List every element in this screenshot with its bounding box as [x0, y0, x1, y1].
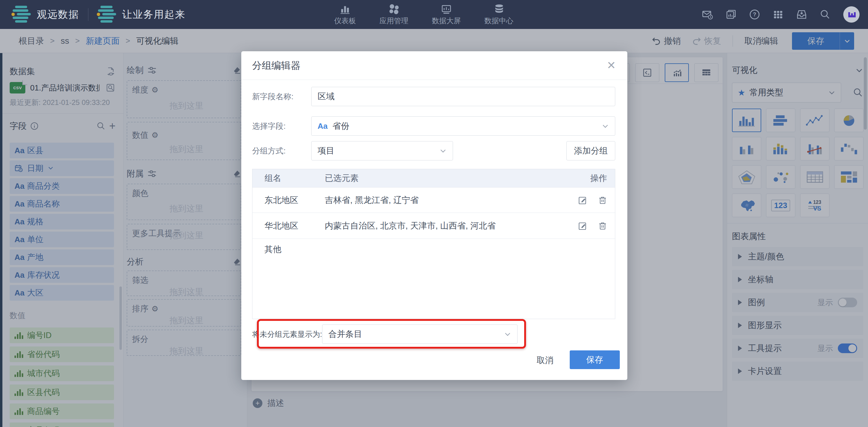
- avatar-glyph-icon: [846, 10, 856, 19]
- group-method-dropdown[interactable]: 项目: [311, 141, 453, 160]
- edit-group-icon[interactable]: [578, 196, 587, 205]
- close-icon[interactable]: ✕: [607, 59, 616, 72]
- select-field-dropdown[interactable]: Aa 省份: [311, 116, 615, 136]
- group-method-label: 分组方式:: [252, 146, 311, 156]
- modal-save-button[interactable]: 保存: [570, 350, 620, 369]
- user-avatar[interactable]: [843, 6, 860, 23]
- edit-group-icon[interactable]: [578, 221, 587, 231]
- main-nav: 仪表板 应用管理 数据大屏 数据中心: [334, 0, 513, 29]
- svg-text:?: ?: [753, 11, 756, 18]
- groups-table: 组名 已选元素 操作 东北地区 吉林省, 黑龙江省, 辽宁省 华北地区 内蒙古自…: [252, 169, 615, 319]
- dashboard-icon: [340, 4, 350, 14]
- guandata-logo-icon: [96, 6, 116, 23]
- select-field-label: 选择字段:: [252, 121, 311, 131]
- app-window: 观远数据 让业务用起来 仪表板 应用管理 数据大屏 数据中心: [0, 0, 868, 427]
- chevron-down-icon: [439, 147, 447, 154]
- nav-divider: [88, 8, 88, 21]
- brand-slogan-group: 让业务用起来: [96, 6, 185, 23]
- download-inbox-icon[interactable]: [796, 9, 807, 20]
- delete-group-icon[interactable]: [598, 221, 607, 231]
- new-field-input[interactable]: 区域: [311, 87, 615, 106]
- ungrouped-row: 将未分组元素显示为: 合并条目: [252, 325, 518, 344]
- report-copy-icon[interactable]: [726, 9, 737, 20]
- chevron-down-icon: [504, 331, 511, 338]
- app-manage-icon: [389, 4, 399, 14]
- nav-item-data-screen[interactable]: 数据大屏: [432, 4, 461, 26]
- navbar-actions: ?: [702, 0, 860, 29]
- data-screen-icon: [441, 4, 452, 14]
- nav-item-dashboard[interactable]: 仪表板: [334, 4, 356, 26]
- brand-logo[interactable]: 观远数据: [11, 6, 79, 23]
- ungrouped-label: 将未分组元素显示为:: [252, 329, 322, 339]
- apps-grid-icon[interactable]: [773, 9, 783, 20]
- nav-item-app-manage[interactable]: 应用管理: [379, 4, 408, 26]
- group-row-other: 其他: [252, 239, 615, 260]
- ungrouped-display-dropdown[interactable]: 合并条目: [322, 325, 518, 344]
- new-field-label: 新字段名称:: [252, 91, 311, 102]
- brand-name: 观远数据: [37, 8, 79, 22]
- guandata-logo-icon: [11, 6, 31, 23]
- search-icon[interactable]: [820, 9, 831, 20]
- groups-table-header: 组名 已选元素 操作: [252, 169, 615, 187]
- group-editor-modal: 分组编辑器 ✕ 新字段名称: 区域 选择字段: Aa 省份 分组方式: 项目 添…: [241, 51, 627, 380]
- group-row: 东北地区 吉林省, 黑龙江省, 辽宁省: [252, 187, 615, 213]
- help-icon[interactable]: ?: [749, 9, 760, 20]
- group-row: 华北地区 内蒙古自治区, 北京市, 天津市, 山西省, 河北省: [252, 213, 615, 239]
- chevron-down-icon: [602, 122, 609, 130]
- modal-cancel-button[interactable]: 取消: [536, 355, 553, 366]
- data-center-icon: [493, 4, 504, 14]
- nav-item-data-center[interactable]: 数据中心: [484, 4, 513, 26]
- brand-slogan: 让业务用起来: [122, 8, 185, 22]
- text-type-icon: Aa: [318, 122, 328, 131]
- modal-title: 分组编辑器: [252, 51, 300, 80]
- add-group-button[interactable]: 添加分组: [566, 141, 615, 160]
- delete-group-icon[interactable]: [598, 196, 607, 205]
- subscription-mail-icon[interactable]: [702, 9, 713, 20]
- top-navbar: 观远数据 让业务用起来 仪表板 应用管理 数据大屏 数据中心: [0, 0, 868, 29]
